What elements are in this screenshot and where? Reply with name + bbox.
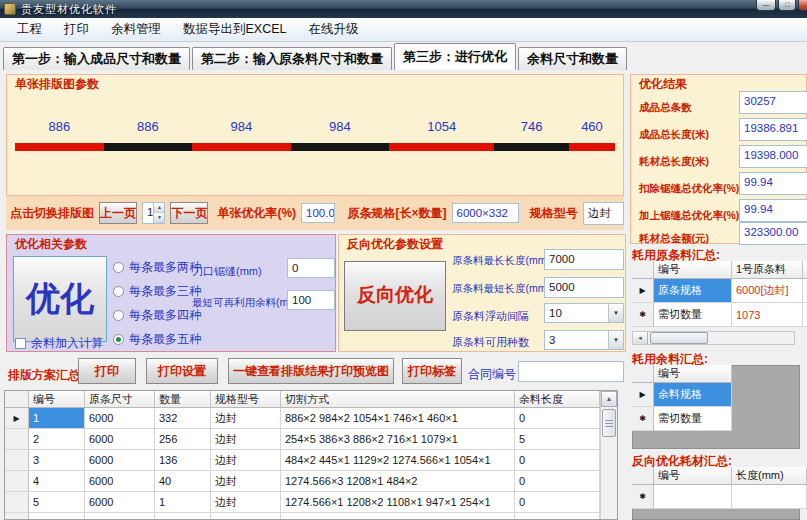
- result-value[interactable]: 323300.00: [739, 222, 807, 245]
- cell[interactable]: 2: [29, 429, 85, 450]
- radio-option-two[interactable]: 每条最多两种: [113, 255, 201, 279]
- cell[interactable]: 3: [29, 450, 85, 471]
- table-row[interactable]: ▶ 原条规格 6000[边封] 6: [632, 279, 807, 303]
- row-selector-arrow-icon[interactable]: ▶: [632, 279, 654, 303]
- scroll-left-icon[interactable]: ◄: [633, 332, 648, 344]
- cell[interactable]: 需切数量: [654, 407, 732, 431]
- new-row-icon[interactable]: ✱: [632, 407, 654, 431]
- row-selector[interactable]: [5, 429, 29, 450]
- scrollbar-thumb[interactable]: [650, 332, 708, 344]
- cell[interactable]: 0: [515, 408, 600, 429]
- table-row[interactable]: ✱ 需切数量 1073 1: [632, 303, 807, 327]
- print-setup-button[interactable]: 打印设置: [146, 358, 218, 384]
- cell[interactable]: 6000: [85, 492, 155, 513]
- cell[interactable]: 254×5 386×3 886×2 716×1 1079×1: [281, 429, 515, 450]
- result-value[interactable]: 19398.000: [739, 145, 807, 168]
- chevron-down-icon[interactable]: ▼: [608, 304, 623, 322]
- cell[interactable]: 1: [29, 408, 85, 429]
- radio-icon[interactable]: [113, 310, 124, 321]
- header-cell[interactable]: 规格型号: [211, 391, 281, 408]
- tab-step4[interactable]: 余料尺寸和数量: [518, 47, 627, 70]
- cell[interactable]: 332: [155, 408, 211, 429]
- header-cell[interactable]: 余料长度: [515, 391, 600, 408]
- rate-input[interactable]: 100.00: [301, 203, 334, 223]
- header-cell[interactable]: 编号: [654, 261, 732, 279]
- page-number-spinner[interactable]: 1 ▲ ▼: [142, 202, 165, 224]
- header-cell[interactable]: 编号: [654, 467, 732, 485]
- close-button-icon[interactable]: ✕: [798, 0, 807, 11]
- cell[interactable]: [29, 513, 85, 520]
- header-cell[interactable]: 编号: [29, 391, 85, 408]
- header-cell[interactable]: 编号: [654, 365, 732, 383]
- cell[interactable]: 6000: [85, 471, 155, 492]
- cell[interactable]: [281, 513, 515, 520]
- tab-step2[interactable]: 第二步：输入原条料尺寸和数量: [192, 47, 392, 70]
- spinner-down-icon[interactable]: ▼: [154, 213, 164, 223]
- cell[interactable]: 0: [515, 492, 600, 513]
- spec-input[interactable]: 6000×332: [452, 203, 519, 223]
- cell[interactable]: 1: [155, 492, 211, 513]
- cell[interactable]: 6000: [85, 450, 155, 471]
- cell[interactable]: 484×2 445×1 1129×2 1274.566×1 1054×1: [281, 450, 515, 471]
- cell[interactable]: 边封: [211, 471, 281, 492]
- cell[interactable]: 1274.566×1 1208×2 1108×1 947×1 254×1: [281, 492, 515, 513]
- contract-input[interactable]: [518, 361, 624, 382]
- cell[interactable]: 0: [515, 471, 600, 492]
- row-selector[interactable]: [5, 471, 29, 492]
- horizontal-scrollbar[interactable]: ◄: [632, 331, 795, 345]
- table-row[interactable]: 4 6000 40 边封 1274.566×3 1208×1 484×2 0: [5, 471, 617, 492]
- checkbox-icon[interactable]: [15, 338, 26, 349]
- cell[interactable]: 1274.566×3 1208×1 484×2: [281, 471, 515, 492]
- row-selector[interactable]: [5, 513, 29, 520]
- max-length-input[interactable]: 7000: [544, 249, 624, 270]
- cell[interactable]: 5: [515, 429, 600, 450]
- page-number-value[interactable]: 1: [143, 203, 153, 223]
- table-row[interactable]: ▶ 余料规格: [632, 383, 732, 407]
- table-row[interactable]: ✱ 需切数量: [632, 407, 732, 431]
- new-row-icon[interactable]: ✱: [632, 485, 654, 509]
- tab-step3-active[interactable]: 第三步：进行优化: [394, 43, 516, 70]
- chevron-down-icon[interactable]: ▼: [608, 331, 623, 349]
- cell[interactable]: 6000: [85, 408, 155, 429]
- min-length-input[interactable]: 5000: [544, 277, 624, 298]
- header-cell[interactable]: 1号原条料: [732, 261, 803, 279]
- header-cell[interactable]: 数量: [155, 391, 211, 408]
- cell[interactable]: 6000: [85, 429, 155, 450]
- row-selector[interactable]: [5, 450, 29, 471]
- kerf-input[interactable]: 0: [287, 258, 335, 278]
- header-cell[interactable]: [803, 261, 807, 279]
- table-row[interactable]: 3 6000 136 边封 484×2 445×1 1129×2 1274.56…: [5, 450, 617, 471]
- new-row-icon[interactable]: ✱: [632, 303, 654, 327]
- print-button[interactable]: 打印: [78, 358, 136, 384]
- radio-icon[interactable]: [113, 286, 124, 297]
- cell[interactable]: 0: [515, 450, 600, 471]
- radio-option-four[interactable]: 每条最多四种: [113, 303, 201, 327]
- tab-step1[interactable]: 第一步：输入成品尺寸和数量: [3, 47, 190, 70]
- cell[interactable]: [732, 485, 807, 509]
- kinds-combo[interactable]: 3 ▼: [544, 330, 624, 350]
- row-selector[interactable]: [5, 492, 29, 513]
- cell[interactable]: 1: [803, 303, 807, 327]
- cell[interactable]: 1073: [732, 303, 803, 327]
- scroll-up-icon[interactable]: ▲: [601, 391, 617, 407]
- cell[interactable]: 6: [803, 279, 807, 303]
- cell[interactable]: 6000[边封]: [732, 279, 803, 303]
- cell[interactable]: 5: [29, 492, 85, 513]
- radio-icon[interactable]: [113, 334, 124, 345]
- row-selector-arrow-icon[interactable]: ▶: [632, 383, 654, 407]
- cell[interactable]: 原条规格: [654, 279, 732, 303]
- cell[interactable]: 边封: [211, 429, 281, 450]
- menu-item-project[interactable]: 工程: [6, 18, 53, 41]
- cell[interactable]: [515, 513, 600, 520]
- cell[interactable]: 余料规格: [654, 383, 732, 407]
- leftover-include-checkbox-row[interactable]: 余料加入计算: [15, 335, 103, 352]
- spinner-up-icon[interactable]: ▲: [154, 203, 164, 213]
- cell[interactable]: [211, 513, 281, 520]
- minimize-button-icon[interactable]: —: [756, 0, 776, 11]
- next-page-button[interactable]: 下一页: [170, 202, 208, 224]
- radio-option-five[interactable]: 每条最多五种: [113, 327, 201, 351]
- step-combo[interactable]: 10 ▼: [544, 303, 624, 323]
- cell[interactable]: 136: [155, 450, 211, 471]
- reverse-optimize-button[interactable]: 反向优化: [344, 261, 446, 331]
- cell[interactable]: [85, 513, 155, 520]
